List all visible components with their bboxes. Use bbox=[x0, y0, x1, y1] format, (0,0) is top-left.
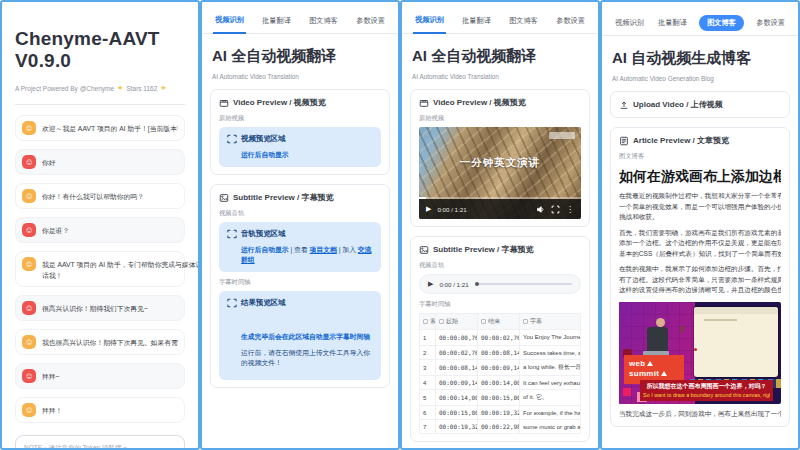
app-title: Chenyme-AAVT V0.9.0 bbox=[15, 28, 185, 72]
clapperboard-icon bbox=[219, 98, 229, 108]
tab-video-recognition[interactable]: 视频识别 bbox=[613, 18, 646, 35]
tab-batch-translate[interactable]: 批量翻译 bbox=[460, 16, 493, 33]
cell-start: 00:00:14,000 bbox=[436, 390, 478, 406]
page-title: AI 自动视频生成博客 bbox=[612, 49, 788, 68]
tab-settings[interactable]: 参数设置 bbox=[354, 16, 387, 33]
cell-index: 7 bbox=[420, 420, 436, 434]
assistant-avatar-icon: ☺ bbox=[22, 189, 36, 203]
table-row: 7 00:00:19,320 00:00:22,980 some music o… bbox=[420, 420, 581, 434]
fullscreen-icon[interactable] bbox=[551, 205, 560, 214]
expander-header[interactable]: Subtitle Preview / 字幕预览 bbox=[419, 244, 581, 255]
column-header: 结束 bbox=[488, 317, 500, 324]
volume-icon[interactable] bbox=[536, 205, 545, 214]
cell-start: 00:00:02,760 bbox=[436, 346, 478, 360]
cell-start: 00:00:19,320 bbox=[436, 420, 478, 434]
article-line: 一个简单的视觉效果，而是一个可以增强用户体验的小技巧。接 bbox=[619, 202, 781, 213]
divider bbox=[15, 104, 185, 105]
message-text: 你好 bbox=[42, 155, 56, 169]
tab-bar: 视频识别 批量翻译 图文博客 参数设置 bbox=[202, 2, 398, 34]
page-caption: AI Automatic Video Generation Blog bbox=[612, 75, 788, 82]
article-line: 在我最近的视频制作过程中，我想和大家分享一个非常有趣的项 bbox=[619, 191, 781, 202]
video-controls: ▶ 0:00 / 1:21 ⋮ bbox=[419, 199, 581, 219]
message-text: 你好！有什么我可以帮助你的吗？ bbox=[42, 189, 144, 203]
tab-video-recognition[interactable]: 视频识别 bbox=[213, 15, 246, 34]
audio-player[interactable]: ▶ 0:00 / 1:21 bbox=[419, 274, 581, 294]
expander-header[interactable]: Upload Video / 上传视频 bbox=[619, 99, 781, 110]
audio-time: 0:00 / 1:21 bbox=[439, 281, 468, 288]
separator-text: | 查看 bbox=[289, 246, 310, 253]
tab-settings[interactable]: 参数设置 bbox=[554, 16, 587, 33]
tab-settings[interactable]: 参数设置 bbox=[754, 18, 787, 35]
article-line: 添加一个边框。这个边框的作用不仅是美观，更是能在玩家与画 bbox=[619, 238, 781, 249]
expander-header[interactable]: Video Preview / 视频预览 bbox=[419, 97, 581, 108]
chat-message-assistant: ☺ 欢迎～我是 AAVT 项目的 AI 助手！[当前版本暂未接入完整 bbox=[15, 115, 185, 141]
star-icon: ★ bbox=[160, 84, 166, 92]
panel-blog: 视频识别 批量翻译 图文博客 参数设置 AI 自动视频生成博客 AI Autom… bbox=[600, 0, 800, 450]
table-row: 2 00:00:02,760 00:00:08,140 Success take… bbox=[420, 346, 581, 360]
tab-batch-translate[interactable]: 批量翻译 bbox=[260, 16, 293, 33]
message-text: 很高兴认识你！期待我们下次再见~ bbox=[42, 301, 148, 315]
speaker-figure bbox=[647, 327, 668, 353]
infobox-title: 视频预览区域 bbox=[241, 134, 285, 144]
subtitle-dataframe[interactable]: 索引 起始 结束 字幕 1 00:00:00,760 00:00:02,760 … bbox=[419, 313, 581, 434]
cell-start: 00:00:08,140 bbox=[436, 360, 478, 376]
article-line: 有了边框。这段代码非常简单，只需要添加一条样式规则，给画 bbox=[619, 275, 781, 286]
docs-link[interactable]: 项目文档 bbox=[310, 246, 337, 253]
logo-text: web bbox=[629, 359, 645, 369]
subtitle-preview-card: Subtitle Preview / 字幕预览 视频音轨 ▶ 0:00 / 1:… bbox=[410, 236, 590, 442]
cell-end: 00:00:09,140 bbox=[478, 360, 520, 376]
card-title: Article Preview / 文章预览 bbox=[633, 135, 729, 146]
expander-header[interactable]: Subtitle Preview / 字幕预览 bbox=[219, 192, 381, 203]
cell-index: 1 bbox=[420, 330, 436, 346]
column-type-icon bbox=[423, 319, 428, 324]
expander-header[interactable]: Article Preview / 文章预览 bbox=[619, 135, 781, 146]
cell-index: 3 bbox=[420, 360, 436, 376]
cell-index: 4 bbox=[420, 376, 436, 390]
auto-show-link[interactable]: 运行后自动显示 bbox=[241, 246, 289, 253]
cell-end: 00:00:14,000 bbox=[478, 376, 520, 390]
editor-marker bbox=[694, 348, 697, 351]
tab-blog[interactable]: 图文博客 bbox=[507, 16, 540, 33]
column-type-icon bbox=[439, 319, 444, 324]
chat-message-assistant: ☺ 我是 AAVT 项目的 AI 助手，专门帮助你完成与媒体识别、 话我！ bbox=[15, 251, 185, 287]
field-label: 字幕时间轴 bbox=[419, 300, 581, 309]
stars-count: Stars 1162 bbox=[126, 85, 157, 92]
cell-index: 2 bbox=[420, 346, 436, 360]
chat-message-user: ☺ 你好 bbox=[15, 149, 185, 175]
video-placeholder-infobox: 视频预览区域 运行后自动显示 bbox=[219, 127, 381, 167]
tab-batch-translate[interactable]: 批量翻译 bbox=[656, 18, 689, 35]
video-overlay-title: 一分钟英文演讲 bbox=[419, 156, 581, 170]
tab-blog[interactable]: 图文博客 bbox=[699, 15, 744, 31]
play-icon[interactable]: ▶ bbox=[426, 205, 431, 213]
play-icon[interactable]: ▶ bbox=[428, 280, 433, 288]
chat-input[interactable] bbox=[15, 435, 185, 450]
video-player[interactable]: 一分钟英文演讲 ▶ 0:00 / 1:21 ⋮ bbox=[419, 127, 581, 219]
chat-message-assistant: ☺ 拜拜！ bbox=[15, 397, 185, 423]
expander-header[interactable]: Video Preview / 视频预览 bbox=[219, 97, 381, 108]
article-paragraph: 当我完成这一步后，回到游戏中，画布上果然出现了一个漂亮的 bbox=[619, 409, 781, 420]
tab-video-recognition[interactable]: 视频识别 bbox=[413, 15, 446, 34]
subtitle-preview-card: Subtitle Preview / 字幕预览 视频音轨 音轨预览区域 运行后自… bbox=[210, 184, 390, 388]
page-caption: AI Automatic Video Translation bbox=[212, 73, 388, 80]
cell-subtitle: It can feel very exhausting at ti bbox=[520, 376, 581, 390]
decor-square bbox=[623, 388, 631, 396]
cell-end: 00:00:22,980 bbox=[478, 420, 520, 434]
cell-subtitle: a long while. 很长一段时间。 bbox=[520, 360, 581, 376]
cell-end: 00:00:19,320 bbox=[478, 406, 520, 420]
tab-bar: 视频识别 批量翻译 图文博客 参数设置 bbox=[402, 2, 598, 34]
message-text: 拜拜~ bbox=[42, 369, 60, 383]
card-title: Video Preview / 视频预览 bbox=[433, 97, 526, 108]
tab-blog[interactable]: 图文博客 bbox=[307, 16, 340, 33]
field-label: 图文博客 bbox=[619, 152, 781, 161]
auto-show-link[interactable]: 运行后自动显示 bbox=[241, 151, 289, 158]
message-line: 话我！ bbox=[42, 271, 200, 282]
article-line: 首先，我们需要明确，游戏画布是我们所有游戏元素的基础。为 bbox=[619, 228, 781, 239]
audio-progress-bar[interactable] bbox=[475, 283, 572, 285]
image-icon bbox=[419, 245, 429, 255]
more-options-icon[interactable]: ⋮ bbox=[566, 205, 574, 214]
cell-index: 5 bbox=[420, 390, 436, 406]
panel-translate-loaded: 视频识别 批量翻译 图文博客 参数设置 AI 全自动视频翻译 AI Automa… bbox=[400, 0, 600, 450]
assistant-avatar-icon: ☺ bbox=[22, 335, 36, 349]
cell-subtitle: Success takes time, and you ma bbox=[520, 346, 581, 360]
video-preview-card: Video Preview / 视频预览 原始视频 视频预览区域 运行后自动显示 bbox=[210, 89, 390, 175]
